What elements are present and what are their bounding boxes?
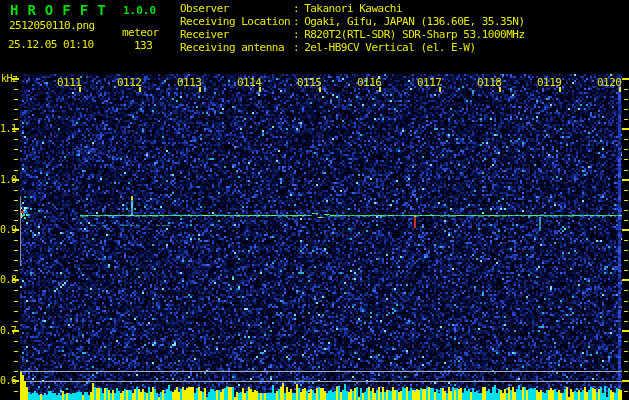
info-value: Ogaki, Gifu, JAPAN (136.60E, 35.35N)	[304, 15, 524, 28]
mode-label: meteor	[122, 26, 159, 39]
app-logo: HROFFT	[10, 2, 115, 18]
info-row: Receiver:R820T2(RTL-SDR) SDR-Sharp 53.10…	[180, 28, 525, 41]
app-version: 1.0.0	[123, 4, 156, 17]
freq-tick-label: 0.8	[0, 274, 13, 285]
info-value: R820T2(RTL-SDR) SDR-Sharp 53.1000MHz	[304, 28, 524, 41]
info-separator: :	[293, 15, 299, 28]
info-label: Receiver	[180, 28, 293, 41]
time-tick-label: 0112	[117, 76, 144, 89]
freq-tick-label: 1.1	[0, 123, 13, 134]
info-row: Receiving antenna:2el-HB9CV Vertical (el…	[180, 41, 525, 54]
info-row: Observer:Takanori Kawachi	[180, 2, 525, 15]
output-filename: 2512050110.png	[9, 19, 95, 32]
datetime-label: 25.12.05 01:10	[8, 38, 94, 51]
freq-tick-label: 0.9	[0, 224, 13, 235]
station-info-block: Observer:Takanori KawachiReceiving Locat…	[180, 2, 525, 54]
info-label: Observer	[180, 2, 293, 15]
time-tick-label: 0114	[237, 76, 264, 89]
info-label: Receiving antenna	[180, 41, 293, 54]
time-tick-label: 0120	[597, 76, 624, 89]
freq-tick-label: 1.0	[0, 174, 13, 185]
info-value: 2el-HB9CV Vertical (el. E-W)	[304, 41, 475, 54]
time-tick-label: 0113	[177, 76, 204, 89]
freq-axis-unit: kHz	[1, 73, 18, 84]
info-separator: :	[293, 28, 299, 41]
time-tick-label: 0111	[57, 76, 84, 89]
time-tick-label: 0118	[477, 76, 504, 89]
freq-tick-label: 0.7	[0, 325, 13, 336]
info-label: Receiving Location	[180, 15, 293, 28]
hrofft-output-screen: HROFFT 1.0.0 2512050110.png meteor 25.12…	[0, 0, 629, 400]
info-row: Receiving Location:Ogaki, Gifu, JAPAN (1…	[180, 15, 525, 28]
echo-count: 133	[134, 39, 152, 52]
time-tick-label: 0115	[297, 76, 324, 89]
info-separator: :	[293, 2, 299, 15]
info-value: Takanori Kawachi	[304, 2, 402, 15]
freq-tick-label: 0.6	[0, 375, 13, 386]
time-tick-label: 0119	[537, 76, 564, 89]
spectrogram-canvas	[0, 0, 629, 400]
time-tick-label: 0117	[417, 76, 444, 89]
info-separator: :	[293, 41, 299, 54]
time-tick-label: 0116	[357, 76, 384, 89]
